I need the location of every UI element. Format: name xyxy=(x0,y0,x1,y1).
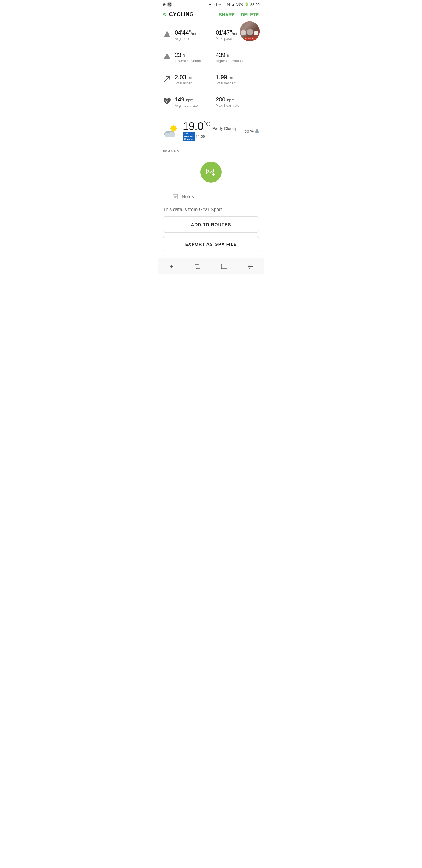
max-hr-info: 200 bpm Max. heart rate xyxy=(216,96,239,107)
add-image-button[interactable] xyxy=(200,162,222,183)
bluetooth-icon: ✱ xyxy=(209,2,212,6)
time-display: 22:06 xyxy=(250,2,260,7)
max-hr-value: 200 bpm xyxy=(216,96,239,103)
svg-line-3 xyxy=(165,76,170,81)
nav-bar: < CYCLING SHARE DELETE xyxy=(158,8,264,21)
nfc-icon: N xyxy=(213,3,217,6)
4g-icon: 4G xyxy=(227,3,230,6)
section-divider xyxy=(158,115,264,115)
weather-humidity: 56 % xyxy=(245,128,259,134)
total-ascent-label: Total ascent xyxy=(175,81,193,85)
battery-icon: 🔋 xyxy=(245,2,249,6)
svg-line-9 xyxy=(171,125,172,126)
lowest-elevation-value: 23 ft xyxy=(175,51,201,58)
gear-sport-text: This data is from Gear Sport. xyxy=(158,201,264,216)
max-hr-label: Max. heart rate xyxy=(216,103,239,107)
svg-marker-2 xyxy=(164,53,170,59)
lowest-elevation-info: 23 ft Lowest elevation xyxy=(175,51,201,63)
overview-nav-item[interactable] xyxy=(217,262,231,271)
stat-cell-max-hr: 200 bpm Max. heart rate xyxy=(211,93,259,111)
road-icon xyxy=(163,30,171,38)
avg-hr-value: 149 bpm xyxy=(175,96,198,103)
minus-circle-icon: ⊖ xyxy=(162,2,166,7)
weather-channel-logo: TheWeatherChannel 11:38 xyxy=(183,132,237,141)
svg-rect-29 xyxy=(221,264,227,269)
highest-elevation-label: Highest elevation xyxy=(216,59,242,63)
avg-hr-info: 149 bpm Avg. heart rate xyxy=(175,96,198,107)
total-descent-label: Total descent xyxy=(216,81,236,85)
max-pace-info: 01'47"/mi Max. pace xyxy=(216,29,237,41)
action-buttons: ADD TO ROUTES EXPORT AS GPX FILE xyxy=(158,216,264,256)
images-area xyxy=(158,156,264,191)
total-descent-value: 1.99 mi xyxy=(216,73,236,81)
signal-icon: ▲ xyxy=(232,2,235,6)
nav-left: < CYCLING xyxy=(163,11,194,18)
svg-point-24 xyxy=(170,266,173,268)
weather-description: Partly Cloudy xyxy=(213,126,237,131)
notes-input[interactable] xyxy=(182,194,250,199)
home-nav-item[interactable] xyxy=(164,262,178,271)
stat-row-heart-rate: 149 bpm Avg. heart rate 200 bpm Max. hea… xyxy=(163,91,259,113)
weather-icon xyxy=(163,124,180,138)
avg-pace-label: Avg. pace xyxy=(175,37,196,41)
stat-cell-highest-elevation: 439 ft Highest elevation xyxy=(211,49,259,66)
notes-icon xyxy=(172,194,178,200)
stat-row-elevation: 23 ft Lowest elevation 439 ft Highest el… xyxy=(163,46,259,68)
stat-cell-total-descent: 1.99 mi Total descent xyxy=(211,71,259,88)
status-right: ✱ N VoLTE 4G ▲ 58% 🔋 22:06 xyxy=(209,2,260,7)
weather-time: 11:38 xyxy=(196,134,205,139)
export-gpx-button[interactable]: EXPORT AS GPX FILE xyxy=(163,236,259,252)
total-ascent-value: 2.03 mi xyxy=(175,73,193,81)
status-left: ⊖ 58 xyxy=(162,2,172,7)
highest-elevation-info: 439 ft Highest elevation xyxy=(216,51,242,63)
weather-temp-row: 19.0°C Partly Cloudy xyxy=(183,121,237,132)
recents-nav-item[interactable] xyxy=(191,262,205,271)
bottom-nav-bar xyxy=(158,258,264,274)
back-nav-item[interactable] xyxy=(244,262,258,271)
stats-section: ENGLAND 04'44"/mi Avg. pace 01'47"/mi xyxy=(158,21,264,113)
stat-cell-lowest-elevation: 23 ft Lowest elevation xyxy=(163,49,211,66)
heart-rate-icon xyxy=(163,97,171,105)
avg-hr-label: Avg. heart rate xyxy=(175,103,198,107)
avatar: ENGLAND xyxy=(239,21,260,42)
avg-pace-value: 04'44"/mi xyxy=(175,29,196,36)
lowest-elevation-label: Lowest elevation xyxy=(175,59,201,63)
stat-row-ascent: 2.03 mi Total ascent 1.99 mi Total desce… xyxy=(163,68,259,91)
stat-cell-avg-hr: 149 bpm Avg. heart rate xyxy=(163,93,211,111)
stat-cell-avg-pace: 04'44"/mi Avg. pace xyxy=(163,26,211,44)
total-ascent-info: 2.03 mi Total ascent xyxy=(175,73,193,85)
avatar-label: ENGLAND xyxy=(244,37,256,39)
notes-container xyxy=(158,191,264,201)
highest-elevation-value: 439 ft xyxy=(216,51,242,58)
add-to-routes-button[interactable]: ADD TO ROUTES xyxy=(163,216,259,232)
notification-badge: 58 xyxy=(167,2,172,7)
volte-icon: VoLTE xyxy=(218,3,225,6)
mountain-icon xyxy=(163,53,171,60)
svg-rect-14 xyxy=(165,134,175,137)
delete-button[interactable]: DELETE xyxy=(241,12,259,17)
share-button[interactable]: SHARE xyxy=(219,12,235,17)
max-pace-value: 01'47"/mi xyxy=(216,29,237,36)
images-section-header: IMAGES xyxy=(158,146,264,156)
ascent-arrow-icon xyxy=(163,75,171,83)
status-bar: ⊖ 58 ✱ N VoLTE 4G ▲ 58% 🔋 22:06 xyxy=(158,0,264,8)
page-title: CYCLING xyxy=(169,11,194,18)
weather-info: 19.0°C Partly Cloudy TheWeatherChannel 1… xyxy=(183,121,237,141)
avg-pace-info: 04'44"/mi Avg. pace xyxy=(175,29,196,41)
svg-rect-25 xyxy=(195,265,199,268)
max-pace-label: Max. pace xyxy=(216,37,237,41)
total-descent-info: 1.99 mi Total descent xyxy=(216,73,236,85)
notes-section xyxy=(168,191,254,201)
images-section-title: IMAGES xyxy=(163,149,180,153)
back-button[interactable]: < xyxy=(163,11,167,18)
images-section-divider xyxy=(183,151,259,151)
weather-section: 19.0°C Partly Cloudy TheWeatherChannel 1… xyxy=(158,117,264,146)
weather-temp: 19.0°C xyxy=(183,121,211,132)
svg-line-10 xyxy=(175,130,176,131)
battery-text: 58% xyxy=(236,2,243,6)
stat-cell-total-ascent: 2.03 mi Total ascent xyxy=(163,71,211,88)
nav-actions: SHARE DELETE xyxy=(219,12,259,17)
